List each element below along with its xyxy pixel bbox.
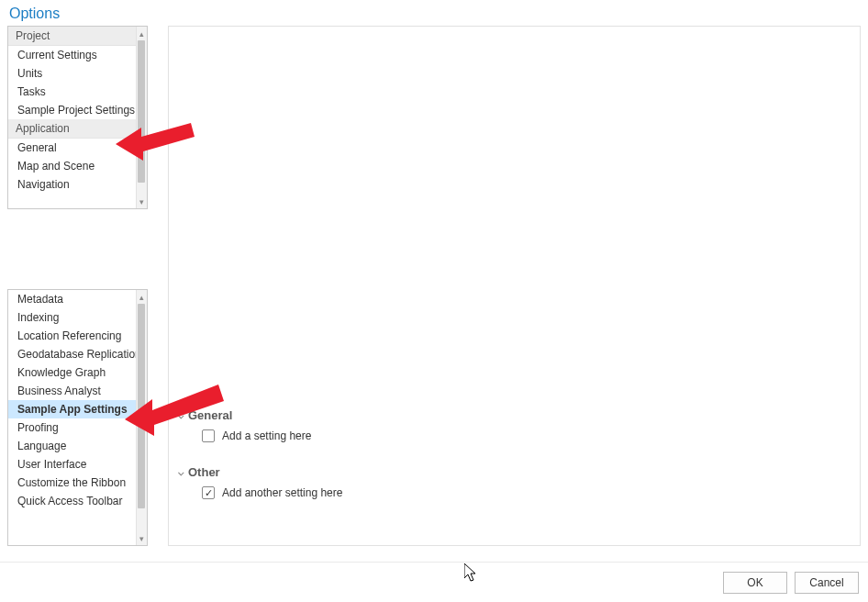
sidebar-item-navigation[interactable]: Navigation bbox=[8, 175, 147, 194]
group-header-general[interactable]: ⌵ General bbox=[178, 408, 851, 422]
sidebar-item-sample-project-settings[interactable]: Sample Project Settings bbox=[8, 101, 147, 119]
chevron-down-icon: ⌵ bbox=[178, 466, 184, 478]
options-tree-bottom: Metadata Indexing Location Referencing G… bbox=[7, 289, 148, 546]
sidebar-item-language[interactable]: Language bbox=[8, 437, 147, 455]
content-panel: ⌵ General Add a setting here ⌵ Other ✓ A… bbox=[168, 26, 861, 546]
window-title: Options bbox=[0, 0, 868, 26]
sidebar-item-tasks[interactable]: Tasks bbox=[8, 83, 147, 101]
sidebar-item-sample-app-settings[interactable]: Sample App Settings bbox=[8, 400, 147, 418]
scroll-up-icon[interactable]: ▴ bbox=[137, 290, 147, 304]
scroll-track[interactable] bbox=[137, 40, 147, 195]
group-title-text: Other bbox=[188, 465, 220, 479]
sidebar-item-map-and-scene[interactable]: Map and Scene bbox=[8, 157, 147, 175]
sidebar-item-units[interactable]: Units bbox=[8, 64, 147, 83]
group-header-project: Project bbox=[8, 27, 147, 46]
checkbox-label: Add a setting here bbox=[222, 429, 311, 442]
sidebar-top-scrollbar[interactable]: ▴ ▾ bbox=[136, 27, 147, 208]
sidebar-item-geodatabase-replication[interactable]: Geodatabase Replication bbox=[8, 345, 147, 363]
sidebar-item-current-settings[interactable]: Current Settings bbox=[8, 46, 147, 64]
scroll-thumb[interactable] bbox=[138, 40, 145, 183]
sidebar-item-general[interactable]: General bbox=[8, 139, 147, 157]
sidebar-item-indexing[interactable]: Indexing bbox=[8, 308, 147, 327]
group-other: ⌵ Other ✓ Add another setting here bbox=[178, 465, 851, 499]
checkbox-label: Add another setting here bbox=[222, 486, 342, 499]
options-tree-top: Project Current Settings Units Tasks Sam… bbox=[7, 26, 148, 209]
scroll-up-icon[interactable]: ▴ bbox=[137, 27, 147, 40]
sidebar-item-location-referencing[interactable]: Location Referencing bbox=[8, 327, 147, 345]
group-title-text: General bbox=[188, 408, 232, 422]
checkbox-add-another-setting[interactable]: ✓ bbox=[202, 486, 215, 499]
scroll-thumb[interactable] bbox=[138, 304, 145, 508]
chevron-down-icon: ⌵ bbox=[178, 409, 184, 421]
dialog-footer: OK Cancel bbox=[0, 562, 868, 602]
checkbox-add-setting[interactable] bbox=[202, 429, 215, 442]
sidebar-item-quick-access-toolbar[interactable]: Quick Access Toolbar bbox=[8, 492, 147, 510]
sidebar-bottom-scrollbar[interactable]: ▴ ▾ bbox=[136, 290, 147, 545]
cancel-button[interactable]: Cancel bbox=[795, 572, 859, 594]
scroll-down-icon[interactable]: ▾ bbox=[137, 531, 147, 545]
scroll-track[interactable] bbox=[137, 304, 147, 531]
ok-button[interactable]: OK bbox=[723, 572, 787, 594]
scroll-down-icon[interactable]: ▾ bbox=[137, 195, 147, 208]
sidebar-item-business-analyst[interactable]: Business Analyst bbox=[8, 382, 147, 400]
sidebar-item-user-interface[interactable]: User Interface bbox=[8, 455, 147, 474]
group-header-other[interactable]: ⌵ Other bbox=[178, 465, 851, 479]
group-general: ⌵ General Add a setting here bbox=[178, 408, 851, 442]
sidebar-item-metadata[interactable]: Metadata bbox=[8, 290, 147, 308]
sidebar-item-knowledge-graph[interactable]: Knowledge Graph bbox=[8, 363, 147, 382]
sidebar-item-proofing[interactable]: Proofing bbox=[8, 418, 147, 437]
sidebar-item-customize-the-ribbon[interactable]: Customize the Ribbon bbox=[8, 474, 147, 492]
group-header-application: Application bbox=[8, 119, 147, 139]
